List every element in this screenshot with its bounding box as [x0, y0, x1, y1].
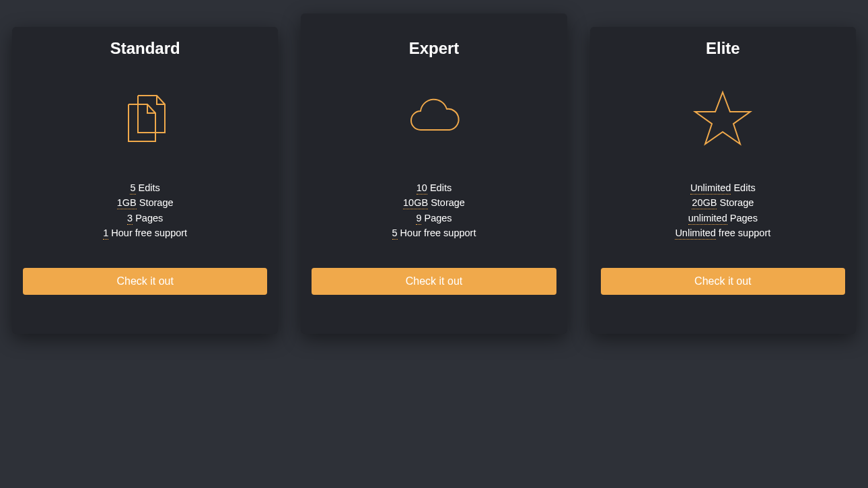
feature-highlight: unlimited [688, 213, 727, 225]
feature-item: Unlimited free support [675, 225, 770, 240]
feature-list: 10 Edits 10GB Storage 9 Pages 5 Hour fre… [392, 180, 476, 241]
documents-icon [116, 78, 174, 159]
feature-list: Unlimited Edits 20GB Storage unlimited P… [675, 180, 770, 241]
feature-highlight: Unlimited [675, 228, 715, 240]
feature-item: Unlimited Edits [675, 180, 770, 195]
feature-highlight: 5 [392, 228, 398, 240]
feature-highlight: Unlimited [690, 182, 731, 195]
feature-label: Pages [421, 213, 451, 223]
plan-title: Elite [706, 39, 740, 58]
pricing-grid: Standard 5 Edits 1GB Storage 3 Pages 1 H… [0, 0, 868, 334]
feature-label: Storage [137, 197, 174, 208]
feature-item: 3 Pages [103, 211, 187, 225]
feature-item: 10GB Storage [392, 195, 476, 210]
feature-item: 1 Hour free support [103, 225, 187, 240]
feature-label: free support [716, 228, 770, 238]
plan-title: Expert [409, 39, 460, 58]
feature-label: Edits [731, 182, 755, 193]
svg-marker-0 [695, 92, 750, 144]
feature-highlight: 20GB [692, 197, 717, 209]
feature-label: Edits [136, 182, 160, 193]
feature-highlight: 5 [130, 182, 135, 195]
star-icon [692, 78, 753, 159]
feature-label: Pages [727, 213, 758, 223]
pricing-card-standard: Standard 5 Edits 1GB Storage 3 Pages 1 H… [12, 27, 278, 334]
feature-highlight: 1GB [117, 197, 137, 209]
pricing-card-expert: Expert 10 Edits 10GB Storage 9 Pages 5 H… [301, 13, 567, 334]
feature-label: Hour free support [108, 228, 187, 238]
feature-highlight: 10 [417, 182, 427, 195]
plan-title: Standard [110, 39, 180, 58]
feature-label: Edits [427, 182, 451, 193]
feature-item: unlimited Pages [675, 211, 770, 225]
feature-item: 1GB Storage [103, 195, 187, 210]
feature-item: 20GB Storage [675, 195, 770, 210]
pricing-card-elite: Elite Unlimited Edits 20GB Storage unlim… [590, 27, 856, 334]
feature-highlight: 10GB [403, 197, 428, 209]
cloud-icon [404, 78, 464, 159]
cta-button[interactable]: Check it out [312, 268, 556, 295]
feature-label: Storage [428, 197, 465, 208]
cta-button[interactable]: Check it out [23, 268, 267, 295]
feature-item: 5 Edits [103, 180, 187, 195]
cta-button[interactable]: Check it out [601, 268, 845, 295]
feature-label: Pages [133, 213, 163, 223]
feature-label: Hour free support [398, 228, 476, 238]
feature-item: 9 Pages [392, 211, 476, 225]
feature-item: 10 Edits [392, 180, 476, 195]
feature-list: 5 Edits 1GB Storage 3 Pages 1 Hour free … [103, 180, 187, 241]
feature-item: 5 Hour free support [392, 225, 476, 240]
feature-label: Storage [717, 197, 754, 208]
feature-highlight: 3 [127, 213, 133, 225]
